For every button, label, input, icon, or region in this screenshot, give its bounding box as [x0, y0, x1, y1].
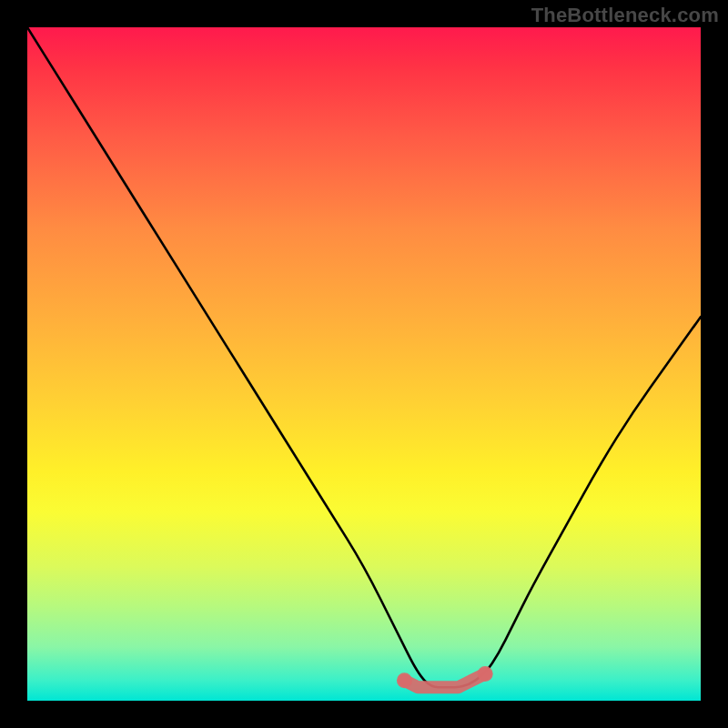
watermark-text: TheBottleneck.com [531, 4, 719, 27]
highlight-dot [478, 666, 493, 682]
curve-layer [27, 27, 701, 701]
chart-frame: TheBottleneck.com [0, 0, 728, 728]
highlight-dot [397, 672, 412, 688]
highlight-dots [397, 666, 493, 688]
highlight-dots-path [404, 673, 485, 687]
bottleneck-curve [27, 27, 701, 687]
plot-area [27, 27, 701, 701]
